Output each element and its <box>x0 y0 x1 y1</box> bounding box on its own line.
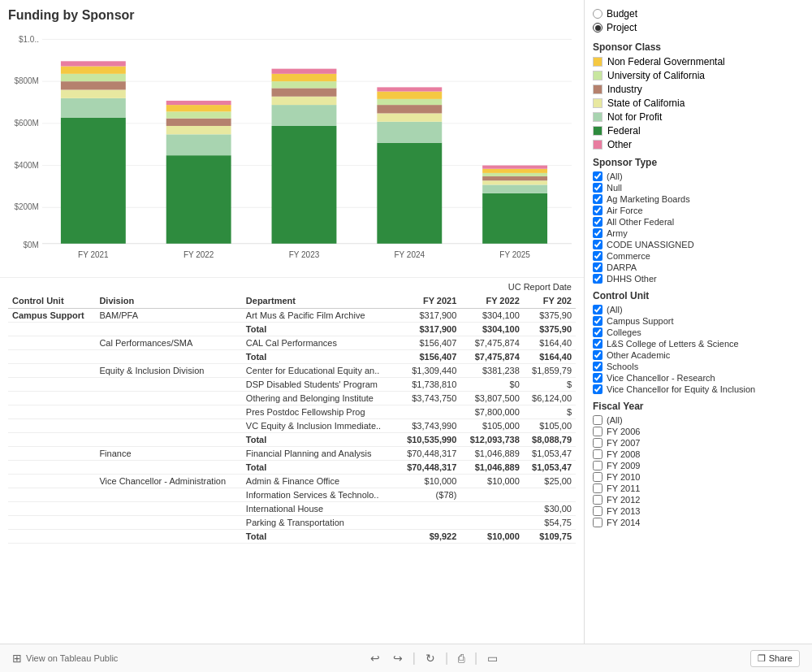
svg-text:FY 2023: FY 2023 <box>289 250 320 259</box>
radio-project-circle[interactable] <box>593 23 603 33</box>
fiscal-year-checkbox[interactable] <box>593 427 603 436</box>
control-unit-filter-list: (All)Campus SupportCollegesL&S College o… <box>593 305 804 394</box>
control-unit-item[interactable]: Campus Support <box>593 316 804 326</box>
fiscal-year-checkbox[interactable] <box>593 415 603 425</box>
sponsor-type-checkbox[interactable] <box>593 171 603 181</box>
radio-budget-circle[interactable] <box>593 9 603 19</box>
redo-button[interactable]: ↪ <box>390 650 406 666</box>
svg-rect-15 <box>61 81 126 89</box>
cell-division <box>95 419 241 433</box>
svg-text:$1.0..: $1.0.. <box>19 34 39 43</box>
fiscal-year-item[interactable]: FY 2009 <box>593 461 804 470</box>
sponsor-type-checkbox[interactable] <box>593 228 603 238</box>
cell-division <box>95 433 241 447</box>
control-unit-checkbox[interactable] <box>593 339 603 349</box>
sponsor-type-label: Army <box>607 228 628 238</box>
sponsor-type-checkbox[interactable] <box>593 183 603 193</box>
download-button[interactable]: ⎙ <box>455 650 468 666</box>
sponsor-type-item[interactable]: Army <box>593 228 804 238</box>
fiscal-year-checkbox[interactable] <box>593 506 603 516</box>
sponsor-type-item[interactable]: DARPA <box>593 262 804 272</box>
table-row: Equity & Inclusion Division Center for E… <box>8 364 576 378</box>
sponsor-type-checkbox[interactable] <box>593 274 603 284</box>
control-unit-label: Vice Chancellor - Research <box>607 373 715 383</box>
fiscal-year-checkbox[interactable] <box>593 483 603 493</box>
control-unit-item[interactable]: Vice Chancellor for Equity & Inclusion <box>593 384 804 394</box>
control-unit-label: Schools <box>607 362 638 371</box>
sponsor-type-checkbox[interactable] <box>593 194 603 204</box>
control-unit-item[interactable]: (All) <box>593 305 804 314</box>
control-unit-item[interactable]: L&S College of Letters & Science <box>593 339 804 349</box>
fiscal-year-item[interactable]: FY 2007 <box>593 438 804 448</box>
footer-divider2: | <box>445 651 448 665</box>
fiscal-year-item[interactable]: FY 2010 <box>593 472 804 482</box>
fiscal-year-item[interactable]: FY 2013 <box>593 506 804 516</box>
cell-control-unit <box>8 419 95 433</box>
fiscal-year-item[interactable]: FY 2014 <box>593 518 804 527</box>
revert-button[interactable]: ↻ <box>422 650 438 666</box>
control-unit-item[interactable]: Schools <box>593 362 804 371</box>
legend-item: Non Federal Governmental <box>593 56 804 67</box>
control-unit-item[interactable]: Colleges <box>593 327 804 337</box>
tableau-public-link[interactable]: View on Tableau Public <box>26 653 118 663</box>
radio-project[interactable]: Project <box>593 22 804 33</box>
share-icon: ❐ <box>758 653 766 664</box>
fiscal-year-item[interactable]: FY 2006 <box>593 427 804 436</box>
col-header-fy2021: FY 2021 <box>398 293 461 309</box>
control-unit-checkbox[interactable] <box>593 384 603 394</box>
cell-fy202: $6,124,00 <box>524 392 576 405</box>
sponsor-type-item[interactable]: Air Force <box>593 206 804 215</box>
control-unit-checkbox[interactable] <box>593 373 603 383</box>
fiscal-year-item[interactable]: FY 2008 <box>593 449 804 459</box>
sponsor-type-item[interactable]: CODE UNASSIGNED <box>593 240 804 249</box>
cell-fy2022 <box>460 516 524 530</box>
sponsor-type-checkbox[interactable] <box>593 206 603 215</box>
sponsor-type-checkbox[interactable] <box>593 262 603 272</box>
fiscal-year-checkbox[interactable] <box>593 438 603 448</box>
fiscal-year-list: (All)FY 2006FY 2007FY 2008FY 2009FY 2010… <box>593 415 804 527</box>
fullscreen-button[interactable]: ▭ <box>484 650 501 666</box>
cell-department: Othering and Belonging Institute <box>242 392 398 405</box>
control-unit-checkbox[interactable] <box>593 327 603 337</box>
share-button[interactable]: ❐ Share <box>750 650 800 667</box>
radio-project-label: Project <box>607 22 637 33</box>
fiscal-year-item[interactable]: (All) <box>593 415 804 425</box>
svg-rect-28 <box>272 97 337 105</box>
undo-button[interactable]: ↩ <box>367 650 383 666</box>
sponsor-type-checkbox[interactable] <box>593 251 603 261</box>
sponsor-type-item[interactable]: Commerce <box>593 251 804 261</box>
svg-text:$200M: $200M <box>14 202 39 211</box>
table-row: Othering and Belonging Institute $3,743,… <box>8 392 576 405</box>
legend-label: Non Federal Governmental <box>607 56 725 67</box>
sponsor-type-checkbox[interactable] <box>593 240 603 249</box>
fiscal-year-checkbox[interactable] <box>593 495 603 505</box>
control-unit-item[interactable]: Other Academic <box>593 350 804 360</box>
control-unit-item[interactable]: Vice Chancellor - Research <box>593 373 804 383</box>
cell-division: Cal Performances/SMA <box>95 336 241 350</box>
control-unit-checkbox[interactable] <box>593 350 603 360</box>
chart-wrapper: $1.0.. $800M $600M $400M $200M $0M <box>8 29 576 273</box>
fiscal-year-checkbox[interactable] <box>593 472 603 482</box>
radio-budget[interactable]: Budget <box>593 8 804 20</box>
svg-rect-26 <box>272 126 337 244</box>
sponsor-type-item[interactable]: Ag Marketing Boards <box>593 194 804 204</box>
fiscal-year-item[interactable]: FY 2012 <box>593 495 804 505</box>
sponsor-type-item[interactable]: All Other Federal <box>593 217 804 227</box>
control-unit-checkbox[interactable] <box>593 305 603 314</box>
cell-fy2022: $7,800,000 <box>460 405 524 419</box>
fiscal-year-checkbox[interactable] <box>593 449 603 459</box>
fiscal-year-checkbox[interactable] <box>593 461 603 470</box>
fiscal-year-checkbox[interactable] <box>593 518 603 527</box>
control-unit-checkbox[interactable] <box>593 316 603 326</box>
sponsor-type-checkbox[interactable] <box>593 217 603 227</box>
svg-rect-39 <box>377 87 442 91</box>
sponsor-type-item[interactable]: DHHS Other <box>593 274 804 284</box>
fiscal-year-item[interactable]: FY 2011 <box>593 483 804 493</box>
svg-rect-41 <box>482 184 547 193</box>
sponsor-type-item[interactable]: (All) <box>593 171 804 181</box>
cell-division <box>95 378 241 392</box>
cell-division <box>95 488 241 502</box>
sponsor-type-item[interactable]: Null <box>593 183 804 193</box>
cell-division: Vice Chancellor - Administration <box>95 475 241 488</box>
control-unit-checkbox[interactable] <box>593 362 603 371</box>
